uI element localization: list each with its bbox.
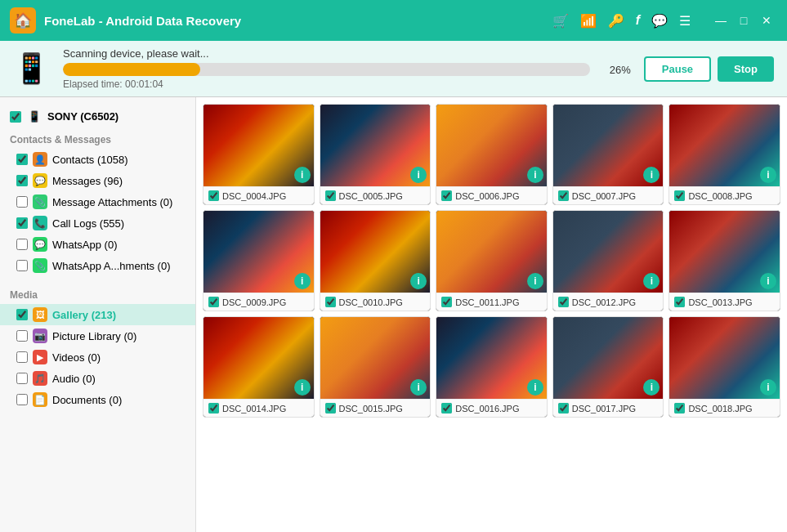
info-badge[interactable]: i — [643, 379, 660, 396]
photo-checkbox[interactable] — [325, 403, 336, 414]
sidebar-item-calllogs[interactable]: 📞 Call Logs (555) — [0, 212, 195, 234]
photo-checkbox[interactable] — [674, 190, 685, 201]
photo-footer: DSC_0015.JPG — [320, 399, 431, 417]
info-badge[interactable]: i — [527, 379, 543, 396]
msgattach-checkbox[interactable] — [16, 196, 28, 208]
photo-card: iDSC_0017.JPG — [552, 316, 664, 418]
sidebar-item-whatsapp[interactable]: 💬 WhatsApp (0) — [0, 234, 195, 255]
maximize-button[interactable]: □ — [733, 10, 754, 31]
cart-icon[interactable]: 🛒 — [552, 13, 569, 29]
photo-thumbnail[interactable]: i — [553, 211, 664, 293]
info-badge[interactable]: i — [410, 379, 427, 396]
gallery-checkbox[interactable] — [16, 309, 28, 320]
close-button[interactable]: ✕ — [756, 10, 777, 31]
wifi-icon[interactable]: 📶 — [580, 13, 597, 29]
sidebar-item-msgattach[interactable]: 📎 Message Attachments (0) — [0, 191, 195, 212]
info-badge[interactable]: i — [294, 167, 311, 183]
info-badge[interactable]: i — [760, 167, 776, 183]
pause-button[interactable]: Pause — [644, 56, 711, 82]
photo-checkbox[interactable] — [674, 297, 685, 307]
info-badge[interactable]: i — [643, 273, 660, 289]
info-badge[interactable]: i — [527, 273, 543, 289]
photo-thumbnail[interactable]: i — [553, 105, 664, 186]
photo-checkbox[interactable] — [208, 190, 219, 201]
photo-thumbnail[interactable]: i — [436, 211, 547, 293]
device-checkbox[interactable] — [10, 111, 21, 123]
photo-card: iDSC_0007.JPG — [552, 104, 664, 205]
info-badge[interactable]: i — [294, 379, 311, 396]
info-badge[interactable]: i — [527, 167, 543, 183]
photo-checkbox[interactable] — [674, 403, 685, 414]
photo-checkbox[interactable] — [325, 297, 336, 307]
calllogs-checkbox[interactable] — [16, 217, 28, 229]
photo-thumbnail[interactable]: i — [436, 105, 547, 186]
info-badge[interactable]: i — [643, 167, 660, 183]
photo-checkbox[interactable] — [441, 297, 452, 307]
chat-icon[interactable]: 💬 — [651, 13, 668, 29]
photo-checkbox[interactable] — [558, 297, 569, 307]
photo-thumbnail[interactable]: i — [203, 211, 314, 293]
scan-info: Scanning device, please wait... 26% Elap… — [63, 47, 631, 90]
messages-label: Messages (96) — [52, 175, 123, 187]
photo-thumbnail[interactable]: i — [320, 105, 431, 186]
photo-thumbnail[interactable]: i — [320, 211, 431, 293]
photo-thumbnail[interactable]: i — [320, 317, 431, 399]
photo-checkbox[interactable] — [558, 190, 569, 201]
photo-thumbnail[interactable]: i — [669, 211, 780, 293]
facebook-icon[interactable]: f — [636, 13, 640, 28]
photo-filename: DSC_0013.JPG — [688, 297, 752, 307]
photo-checkbox[interactable] — [441, 190, 452, 201]
info-badge[interactable]: i — [760, 273, 776, 289]
photo-checkbox[interactable] — [558, 403, 569, 414]
sidebar-item-videos[interactable]: ▶ Videos (0) — [0, 346, 195, 368]
audio-checkbox[interactable] — [16, 373, 28, 384]
photo-thumbnail[interactable]: i — [669, 317, 780, 399]
photo-thumbnail[interactable]: i — [203, 105, 314, 186]
whatsapp-checkbox[interactable] — [16, 239, 28, 250]
device-item[interactable]: 📱 SONY (C6502) — [0, 105, 195, 127]
sidebar-item-documents[interactable]: 📄 Documents (0) — [0, 389, 195, 410]
photo-checkbox[interactable] — [441, 403, 452, 414]
info-badge[interactable]: i — [410, 167, 427, 183]
sidebar-item-audio[interactable]: 🎵 Audio (0) — [0, 368, 195, 389]
photo-checkbox[interactable] — [208, 297, 219, 307]
sidebar-item-gallery[interactable]: 🖼 Gallery (213) — [0, 304, 195, 325]
videos-checkbox[interactable] — [16, 351, 28, 363]
pictlib-checkbox[interactable] — [16, 330, 28, 342]
whatsappattach-checkbox[interactable] — [16, 260, 28, 271]
contacts-checkbox[interactable] — [16, 154, 28, 165]
photo-filename: DSC_0010.JPG — [339, 297, 403, 307]
scan-status-text: Scanning device, please wait... — [63, 47, 631, 60]
media-section-header: Media — [0, 283, 195, 304]
photo-thumbnail[interactable]: i — [203, 317, 314, 399]
photo-filename: DSC_0005.JPG — [339, 191, 403, 201]
info-badge[interactable]: i — [294, 273, 311, 289]
sidebar-item-contacts[interactable]: 👤 Contacts (1058) — [0, 149, 195, 170]
title-bar-icons: 🛒 📶 🔑 f 💬 ☰ — □ ✕ — [552, 10, 777, 31]
documents-icon: 📄 — [33, 392, 47, 407]
photo-thumbnail[interactable]: i — [436, 317, 547, 399]
key-icon[interactable]: 🔑 — [608, 13, 624, 29]
photo-card: iDSC_0015.JPG — [320, 316, 432, 418]
photo-thumbnail[interactable]: i — [669, 105, 780, 186]
messages-checkbox[interactable] — [16, 175, 28, 186]
photo-filename: DSC_0016.JPG — [455, 404, 519, 414]
photo-filename: DSC_0015.JPG — [339, 404, 403, 414]
info-badge[interactable]: i — [760, 379, 776, 396]
info-badge[interactable]: i — [410, 273, 427, 289]
photo-filename: DSC_0017.JPG — [572, 404, 636, 414]
main-layout: 📱 SONY (C6502) Contacts & Messages 👤 Con… — [0, 97, 787, 532]
sidebar-item-pictlib[interactable]: 📷 Picture Library (0) — [0, 325, 195, 346]
scan-bar: 📱 Scanning device, please wait... 26% El… — [0, 41, 787, 97]
minimize-button[interactable]: — — [710, 10, 731, 31]
photo-checkbox[interactable] — [208, 403, 219, 414]
sidebar-item-whatsappattach[interactable]: 📎 WhatsApp A...hments (0) — [0, 255, 195, 276]
documents-checkbox[interactable] — [16, 394, 28, 405]
stop-button[interactable]: Stop — [718, 56, 774, 82]
photo-card: iDSC_0009.JPG — [203, 210, 315, 311]
photo-checkbox[interactable] — [325, 190, 336, 201]
calllogs-label: Call Logs (555) — [52, 217, 124, 230]
photo-thumbnail[interactable]: i — [553, 317, 664, 399]
sidebar-item-messages[interactable]: 💬 Messages (96) — [0, 170, 195, 191]
menu-icon[interactable]: ☰ — [679, 13, 691, 29]
